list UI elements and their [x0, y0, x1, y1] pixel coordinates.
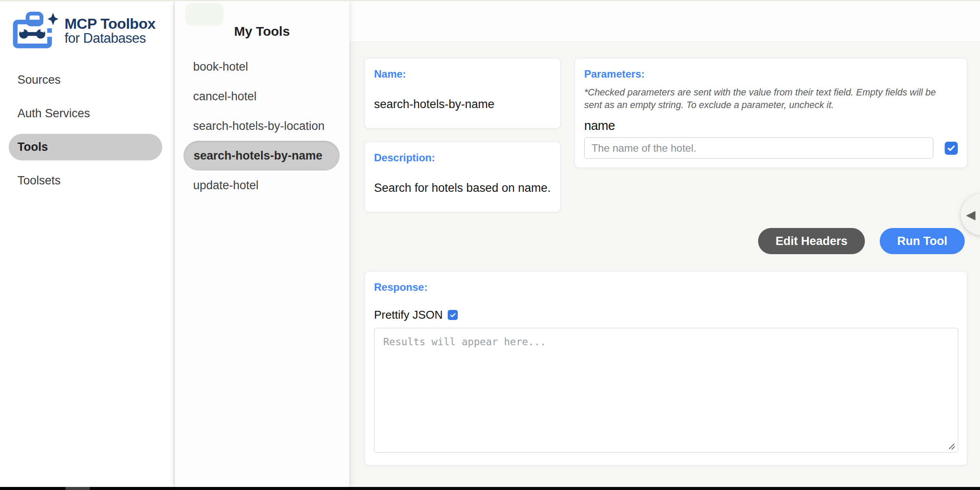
tool-detail-view: Name: search-hotels-by-name Description:… [349, 1, 980, 487]
logo-subtitle: for Databases [65, 31, 156, 46]
sidebar-item-toolsets[interactable]: Toolsets [9, 167, 162, 194]
name-card: Name: search-hotels-by-name [364, 58, 561, 129]
tools-panel: My Tools book-hotelcancel-hotelsearch-ho… [175, 1, 349, 487]
run-tool-button[interactable]: Run Tool [880, 228, 965, 254]
wrench-glyph [19, 27, 45, 38]
response-label: Response: [374, 281, 958, 293]
tool-list-item-cancel-hotel[interactable]: cancel-hotel [175, 82, 349, 111]
name-value: search-hotels-by-name [374, 98, 551, 111]
response-card: Response: Prettify JSON [364, 271, 967, 466]
parameter-include-checkbox[interactable] [945, 142, 958, 155]
response-output-textarea[interactable] [374, 328, 958, 453]
action-buttons-row: Edit Headers Run Tool [349, 228, 965, 254]
panel-top-highlight [185, 3, 224, 26]
tools-panel-title: My Tools [175, 24, 349, 39]
description-value: Search for hotels based on name. [374, 181, 551, 195]
tool-list-item-search-hotels-by-location[interactable]: search-hotels-by-location [175, 111, 349, 141]
description-label: Description: [374, 152, 551, 164]
prettify-json-checkbox[interactable] [448, 310, 458, 320]
bottom-scrollbar-thumb[interactable] [65, 487, 90, 490]
sparkle-glyph [48, 13, 58, 25]
tool-list-item-search-hotels-by-name[interactable]: search-hotels-by-name [184, 141, 340, 170]
sidebar-item-tools[interactable]: Tools [9, 134, 162, 160]
bottom-scrollbar-track[interactable] [0, 487, 980, 490]
prettify-json-label: Prettify JSON [374, 308, 442, 322]
parameters-card: Parameters: *Checked parameters are sent… [575, 58, 967, 168]
main-header-strip [349, 1, 980, 42]
parameters-note: *Checked parameters are sent with the va… [584, 86, 946, 112]
parameters-label: Parameters: [584, 68, 958, 80]
checkmark-icon [449, 312, 456, 319]
checkmark-icon [946, 143, 956, 153]
sidebar-nav: SourcesAuth ServicesToolsToolsets [0, 67, 174, 201]
parameter-name-input[interactable] [584, 137, 933, 159]
parameter-name-label: name [584, 119, 958, 133]
sidebar-item-sources[interactable]: Sources [9, 67, 162, 93]
tool-list-item-update-hotel[interactable]: update-hotel [175, 170, 349, 200]
tool-list-item-book-hotel[interactable]: book-hotel [175, 52, 349, 82]
window-top-edge [0, 0, 980, 1]
name-label: Name: [374, 68, 551, 80]
chevron-left-icon: ◀ [966, 208, 976, 222]
edit-headers-button[interactable]: Edit Headers [758, 228, 865, 254]
toolbox-logo-icon [12, 10, 58, 51]
logo-title: MCP Toolbox [65, 16, 156, 31]
description-card: Description: Search for hotels based on … [364, 142, 561, 212]
sidebar: MCP Toolbox for Databases SourcesAuth Se… [0, 1, 174, 487]
sidebar-item-auth-services[interactable]: Auth Services [9, 100, 162, 127]
app-logo: MCP Toolbox for Databases [0, 1, 174, 51]
tools-list: book-hotelcancel-hotelsearch-hotels-by-l… [175, 52, 349, 200]
